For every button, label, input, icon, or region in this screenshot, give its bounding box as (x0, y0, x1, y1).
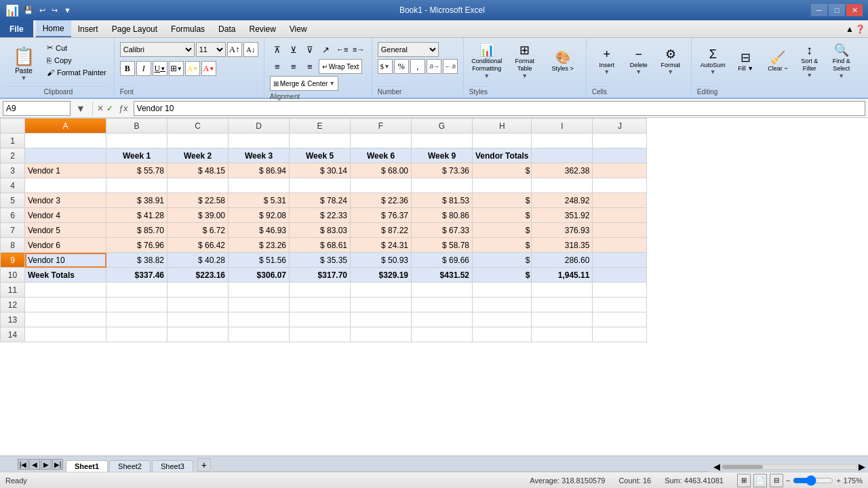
quick-access-dropdown[interactable]: ▼ (62, 5, 73, 15)
row-header-1[interactable]: 1 (1, 134, 25, 148)
table-cell[interactable] (532, 283, 593, 298)
table-cell[interactable] (106, 283, 167, 298)
table-cell[interactable]: $ 55.78 (106, 163, 167, 178)
table-cell[interactable]: $ 76.37 (351, 208, 412, 223)
table-cell[interactable] (229, 298, 290, 312)
table-cell[interactable] (593, 327, 647, 342)
format-as-table-button[interactable]: ⊞ FormatTable ▼ (507, 42, 542, 80)
table-cell[interactable] (593, 253, 647, 268)
table-cell[interactable] (351, 327, 412, 342)
col-header-c[interactable]: C (167, 119, 229, 134)
tab-first-btn[interactable]: |◀ (18, 459, 28, 470)
col-header-i[interactable]: I (532, 119, 593, 134)
table-cell[interactable] (412, 312, 473, 327)
table-cell[interactable]: Week 6 (351, 148, 412, 163)
row-header-12[interactable]: 12 (1, 298, 25, 312)
table-cell[interactable] (167, 298, 229, 312)
table-cell[interactable] (167, 134, 229, 148)
table-cell[interactable]: $ 6.72 (167, 223, 229, 238)
table-cell[interactable] (532, 134, 593, 148)
table-cell[interactable] (593, 208, 647, 223)
comma-btn[interactable]: , (410, 59, 425, 74)
underline-button[interactable]: U▼ (153, 61, 167, 76)
table-cell[interactable]: 1,945.11 (532, 268, 593, 283)
table-cell[interactable]: 362.38 (532, 163, 593, 178)
table-cell[interactable]: Vendor 10 (25, 253, 106, 268)
table-cell[interactable] (532, 148, 593, 163)
col-header-e[interactable]: E (290, 119, 351, 134)
col-header-b[interactable]: B (106, 119, 167, 134)
percent-btn[interactable]: % (394, 59, 409, 74)
format-painter-button[interactable]: 🖌 Format Painter (43, 67, 110, 78)
border-button[interactable]: ⊞▼ (169, 61, 184, 76)
table-cell[interactable]: Week 3 (229, 148, 290, 163)
table-cell[interactable] (25, 327, 106, 342)
save-quick-btn[interactable]: 💾 (22, 5, 35, 16)
col-header-j[interactable]: J (593, 119, 647, 134)
delete-cells-button[interactable]: − Delete ▼ (624, 42, 654, 80)
table-cell[interactable] (473, 298, 532, 312)
table-cell[interactable] (229, 327, 290, 342)
table-cell[interactable] (593, 148, 647, 163)
align-top-left-btn[interactable]: ⊼ (270, 42, 285, 57)
align-top-center-btn[interactable]: ⊻ (286, 42, 301, 57)
table-cell[interactable]: $ 87.22 (351, 223, 412, 238)
table-cell[interactable] (473, 283, 532, 298)
table-cell[interactable]: $ (473, 163, 532, 178)
table-cell[interactable]: $ 48.15 (167, 163, 229, 178)
undo-quick-btn[interactable]: ↩ (37, 5, 47, 16)
cut-button[interactable]: ✂ Cut (43, 42, 110, 54)
bold-button[interactable]: B (120, 61, 135, 76)
paste-button[interactable]: 📋 Paste ▼ (7, 42, 41, 85)
font-size-select[interactable]: 11 (196, 42, 226, 57)
font-color-button[interactable]: A▼ (201, 61, 216, 76)
row-header-11[interactable]: 11 (1, 283, 25, 298)
table-cell[interactable]: $ 86.94 (229, 163, 290, 178)
new-sheet-btn[interactable]: + (197, 458, 211, 472)
table-cell[interactable] (412, 178, 473, 193)
align-center-btn[interactable]: ≡ (286, 59, 301, 74)
table-cell[interactable] (167, 283, 229, 298)
row-header-9[interactable]: 9 (1, 253, 25, 268)
menu-data[interactable]: Data (212, 20, 242, 37)
table-cell[interactable] (593, 163, 647, 178)
table-cell[interactable]: $ 40.28 (167, 253, 229, 268)
table-cell[interactable] (351, 178, 412, 193)
table-cell[interactable] (290, 134, 351, 148)
table-cell[interactable] (106, 298, 167, 312)
table-cell[interactable]: Vendor 5 (25, 223, 106, 238)
table-cell[interactable] (290, 283, 351, 298)
table-cell[interactable]: $ 67.33 (412, 223, 473, 238)
decrease-decimal-btn[interactable]: ←.0 (443, 59, 458, 74)
table-cell[interactable]: $ 39.00 (167, 208, 229, 223)
maximize-btn[interactable]: □ (829, 4, 845, 16)
table-cell[interactable] (532, 327, 593, 342)
table-cell[interactable] (532, 178, 593, 193)
sheet-tab-sheet2[interactable]: Sheet2 (109, 460, 151, 472)
table-cell[interactable]: $ (473, 208, 532, 223)
col-header-g[interactable]: G (412, 119, 473, 134)
decrease-font-btn[interactable]: A↓ (243, 42, 258, 57)
align-left-btn[interactable]: ≡ (270, 59, 285, 74)
table-cell[interactable]: $223.16 (167, 268, 229, 283)
table-cell[interactable] (532, 298, 593, 312)
table-cell[interactable]: $ 38.91 (106, 193, 167, 208)
table-cell[interactable]: Week 1 (106, 148, 167, 163)
redo-quick-btn[interactable]: ↪ (50, 5, 60, 16)
table-cell[interactable] (593, 134, 647, 148)
table-cell[interactable] (473, 312, 532, 327)
table-cell[interactable]: $ 80.86 (412, 208, 473, 223)
row-header-5[interactable]: 5 (1, 193, 25, 208)
table-cell[interactable]: $ 58.78 (412, 238, 473, 253)
table-cell[interactable]: 351.92 (532, 208, 593, 223)
name-box[interactable] (3, 101, 71, 116)
accounting-format-btn[interactable]: $▼ (378, 59, 393, 74)
table-cell[interactable] (167, 327, 229, 342)
menu-view[interactable]: View (283, 20, 314, 37)
copy-button[interactable]: ⎘ Copy (43, 55, 110, 66)
table-cell[interactable]: $ 92.08 (229, 208, 290, 223)
table-cell[interactable]: Vendor 1 (25, 163, 106, 178)
table-cell[interactable]: $306.07 (229, 268, 290, 283)
cancel-formula-btn[interactable]: ✕ (97, 104, 104, 113)
table-cell[interactable] (473, 178, 532, 193)
